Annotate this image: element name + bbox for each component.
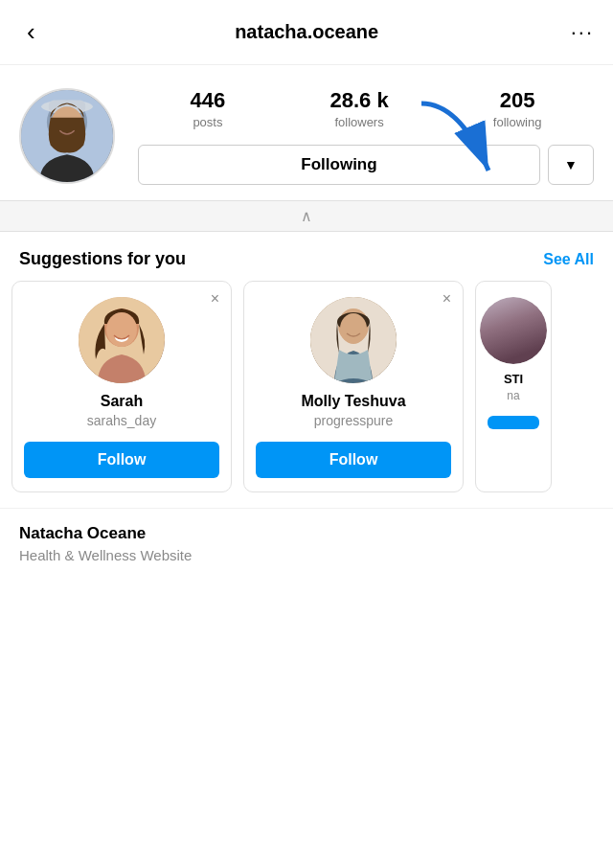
follow-molly-button[interactable]: Follow xyxy=(256,442,451,478)
back-button[interactable]: ‹ xyxy=(19,13,43,51)
profile-username: natacha.oceane xyxy=(235,21,378,43)
stats-area: 446 posts 28.6 k followers 205 following… xyxy=(138,88,594,185)
followers-count: 28.6 k xyxy=(329,88,388,113)
see-all-link[interactable]: See All xyxy=(543,251,594,268)
bio-name: Natacha Oceane xyxy=(19,524,594,543)
stat-following[interactable]: 205 following xyxy=(493,88,542,129)
profile-section: 446 posts 28.6 k followers 205 following… xyxy=(0,65,613,200)
suggestions-title: Suggestions for you xyxy=(19,249,186,269)
dismiss-molly-button[interactable]: × xyxy=(443,291,451,307)
more-options-button[interactable]: ··· xyxy=(571,20,594,45)
followers-label: followers xyxy=(334,115,383,129)
stat-posts[interactable]: 446 posts xyxy=(191,88,226,129)
follow-partial-button[interactable] xyxy=(488,416,539,429)
posts-label: posts xyxy=(193,115,222,129)
dismiss-sarah-button[interactable]: × xyxy=(211,291,219,307)
suggestion-name-partial: STI xyxy=(504,372,523,386)
stats-row: 446 posts 28.6 k followers 205 following xyxy=(138,88,594,129)
svg-point-13 xyxy=(340,313,367,344)
suggestion-name-molly: Molly Teshuva xyxy=(301,393,405,410)
suggestion-card-partial: STI na xyxy=(475,281,552,492)
bio-description: Health & Wellness Website xyxy=(19,547,594,563)
avatar xyxy=(19,88,115,184)
suggestions-cards-row: × Sarah sarahs_day xyxy=(0,281,613,508)
chevron-down-icon: ▼ xyxy=(564,157,578,172)
avatar-molly xyxy=(310,297,397,383)
dropdown-button[interactable]: ▼ xyxy=(548,145,594,185)
avatar-sarah xyxy=(79,297,165,383)
suggestions-header: Suggestions for you See All xyxy=(0,232,613,281)
following-label: following xyxy=(493,115,542,129)
suggestion-handle-sarah: sarahs_day xyxy=(87,413,156,428)
suggestion-card-molly: × xyxy=(243,281,464,492)
suggestion-card-sarah: × Sarah sarahs_day xyxy=(11,281,232,492)
caret-up-icon: ∧ xyxy=(301,207,312,225)
posts-count: 446 xyxy=(191,88,226,113)
section-divider: ∧ xyxy=(0,200,613,232)
avatar-partial xyxy=(480,297,547,364)
following-count: 205 xyxy=(500,88,535,113)
stat-followers[interactable]: 28.6 k followers xyxy=(329,88,388,129)
header: ‹ natacha.oceane ··· xyxy=(0,0,613,65)
follow-sarah-button[interactable]: Follow xyxy=(24,442,219,478)
suggestion-handle-molly: progresspure xyxy=(314,413,394,428)
suggestion-handle-partial: na xyxy=(507,389,519,402)
following-button[interactable]: Following xyxy=(138,145,540,185)
bio-section: Natacha Oceane Health & Wellness Website xyxy=(0,508,613,582)
suggestion-name-sarah: Sarah xyxy=(101,393,143,410)
action-row: Following ▼ xyxy=(138,145,594,185)
